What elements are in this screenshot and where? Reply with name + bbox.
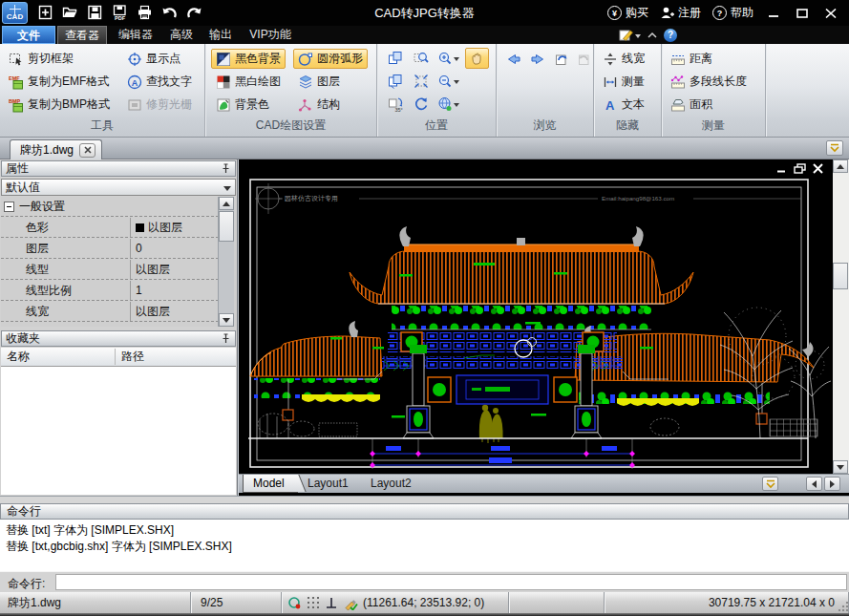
layout-scroll-right-button[interactable] [824, 477, 840, 491]
cut-frame-button[interactable]: 剪切框架 [4, 49, 78, 69]
viewport-vertical-scrollbar[interactable] [833, 159, 849, 474]
property-scrollbar[interactable] [218, 197, 234, 327]
open-file-button[interactable] [57, 3, 82, 22]
collapse-ribbon-button[interactable] [647, 27, 658, 44]
ribbon-help-button[interactable]: ? [664, 29, 677, 42]
property-row-linetype[interactable]: 线型 以图层 [1, 260, 219, 280]
tab-layout1[interactable]: Layout1 [308, 475, 349, 493]
scrollbar-thumb[interactable] [219, 211, 234, 242]
view-redo-button[interactable] [572, 49, 596, 70]
zoom-out-button[interactable] [435, 71, 462, 92]
black-background-button[interactable]: 黑色背景 [211, 49, 286, 69]
measure-polyline-button[interactable]: 多段线长度 [666, 72, 752, 92]
tab-layout2[interactable]: Layout2 [371, 475, 412, 493]
save-button[interactable] [82, 3, 107, 22]
property-row-color[interactable]: 色彩 以图层 [1, 218, 219, 238]
refresh-view-button[interactable] [409, 94, 433, 115]
document-tab[interactable]: 牌坊1.dwg [10, 139, 102, 159]
view-back-button[interactable] [501, 49, 525, 70]
scroll-down-button[interactable] [219, 313, 234, 327]
property-row-ltscale[interactable]: 线型比例 1 [1, 281, 219, 301]
new-file-button[interactable] [32, 3, 57, 22]
zoom-previous-button[interactable] [383, 48, 407, 69]
cad-drawing-canvas[interactable]: 园林仿古设计专用 Email:haipang98@163.com [239, 159, 833, 474]
layout-chevron-button[interactable] [762, 477, 778, 491]
find-text-button[interactable]: A查找文字 [122, 72, 197, 92]
zoom-scale-button[interactable] [435, 94, 462, 115]
undo-button[interactable] [157, 3, 181, 22]
draft-check-icon[interactable] [343, 596, 358, 610]
tabbar-chevron-button[interactable] [826, 140, 843, 156]
annotate-button[interactable] [619, 28, 641, 42]
view-forward-button[interactable] [525, 49, 549, 70]
grid-icon[interactable] [307, 596, 320, 609]
smooth-arc-button[interactable]: 圆滑弧形 [293, 49, 368, 69]
favorites-col-path[interactable]: 路径 [116, 349, 144, 365]
maximize-button[interactable] [790, 4, 815, 23]
pan-button[interactable] [465, 48, 489, 69]
rotate-view-button[interactable]: 35° [383, 94, 407, 115]
tab-model[interactable]: Model [243, 475, 298, 493]
mdi-minimize-button[interactable] [775, 162, 788, 174]
bw-drawing-button[interactable]: 黑白绘图 [211, 72, 286, 92]
hide-measure-button[interactable]: 测量 [598, 72, 649, 92]
resize-grip[interactable] [837, 602, 848, 613]
copy-view-button[interactable] [383, 71, 407, 92]
measure-area-button[interactable]: 面积 [666, 95, 717, 115]
tab-editor[interactable]: 编辑器 [111, 26, 160, 44]
scrollbar-thumb[interactable] [833, 263, 848, 289]
pin-icon[interactable] [221, 163, 231, 174]
app-logo-icon[interactable]: CAD [2, 2, 28, 24]
save-as-pdf-button[interactable]: PDF [107, 3, 132, 22]
hide-linewidth-button[interactable]: 线宽 [598, 49, 649, 69]
trim-raster-button[interactable]: 修剪光栅 [122, 95, 197, 115]
status-page-indicator[interactable]: 9/25 [191, 592, 282, 613]
structure-button[interactable]: 结构 [293, 95, 345, 115]
favorites-col-name[interactable]: 名称 [1, 349, 116, 365]
scroll-up-button[interactable] [833, 159, 848, 173]
panel-splitter[interactable] [0, 496, 849, 503]
collapse-icon[interactable] [4, 202, 14, 212]
tab-viewer[interactable]: 查看器 [57, 26, 107, 44]
scroll-up-button[interactable] [219, 197, 234, 210]
zoom-in-button[interactable] [435, 48, 462, 69]
minimize-button[interactable] [761, 4, 786, 23]
property-group-row[interactable]: 一般设置 [1, 197, 219, 217]
measure-distance-button[interactable]: 距离 [666, 49, 717, 69]
copy-emf-button[interactable]: EMF复制为EMF格式 [4, 72, 114, 92]
background-color-button[interactable]: 背景色 [211, 95, 274, 115]
document-tab-close-button[interactable] [79, 143, 96, 158]
command-history[interactable]: 替换 [txt] 字体为 [SIMPLEX.SHX] 替换 [txt,gbcbi… [0, 520, 849, 571]
redo-button[interactable] [181, 3, 206, 22]
command-panel-header[interactable]: 命令行 [0, 503, 849, 520]
show-points-button[interactable]: 显示点 [122, 49, 185, 69]
tab-vip[interactable]: VIP功能 [242, 26, 299, 44]
help-button[interactable]: ?帮助 [709, 5, 757, 21]
print-button[interactable] [132, 3, 157, 22]
snap-icon[interactable] [287, 596, 302, 610]
scroll-down-button[interactable] [833, 460, 848, 474]
mdi-close-button[interactable] [811, 162, 824, 174]
register-button[interactable]: 注册 [656, 5, 705, 21]
view-undo-button[interactable] [549, 49, 573, 70]
layers-button[interactable]: 图层 [293, 72, 345, 92]
buy-button[interactable]: ¥购买 [604, 5, 652, 21]
pin-icon[interactable] [221, 333, 231, 344]
mdi-restore-button[interactable] [793, 162, 806, 174]
property-row-layer[interactable]: 图层 0 [1, 239, 219, 259]
tab-advanced[interactable]: 高级 [163, 26, 200, 44]
layout-scroll-left-button[interactable] [806, 477, 822, 491]
file-menu-button[interactable]: 文件 [2, 26, 55, 44]
zoom-window-button[interactable] [409, 48, 433, 69]
close-button[interactable] [818, 4, 843, 23]
hide-text-button[interactable]: A文本 [598, 95, 649, 115]
preset-dropdown[interactable]: 默认值 [1, 179, 236, 196]
copy-bmp-button[interactable]: BMP复制为BMP格式 [4, 95, 115, 115]
favorites-panel-header[interactable]: 收藏夹 [1, 330, 236, 347]
tab-output[interactable]: 输出 [202, 26, 239, 44]
properties-panel-header[interactable]: 属性 [1, 160, 236, 177]
perpendicular-icon[interactable] [325, 596, 338, 609]
favorites-list[interactable] [1, 367, 236, 495]
command-input[interactable] [55, 574, 847, 590]
property-row-lineweight[interactable]: 线宽 以图层 [1, 302, 219, 322]
